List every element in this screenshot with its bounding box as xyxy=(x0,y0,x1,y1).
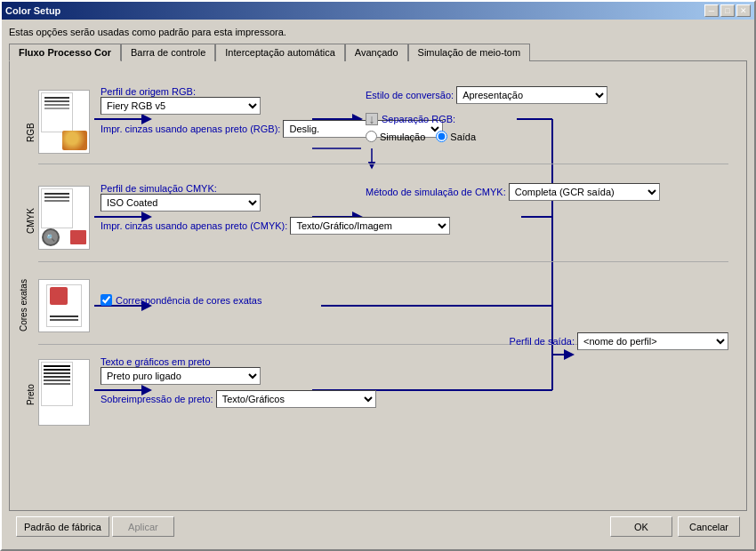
preto-section-label: Preto xyxy=(26,359,36,430)
conversion-label: Estilo de conversão: xyxy=(366,90,454,100)
origin-profile-select[interactable]: Fiery RGB v5 xyxy=(101,97,261,115)
preto-controls: Texto e gráficos em preto Preto puro lig… xyxy=(101,356,376,408)
bottom-bar: Padrão de fábrica Aplicar OK Cancelar xyxy=(9,511,747,542)
tab-bar: Fluxo Processo Cor Barra de controle Int… xyxy=(9,43,747,61)
preto-text-select[interactable]: Preto puro ligado xyxy=(101,367,261,385)
match-colors-label[interactable]: Correspondência de cores exatas xyxy=(101,294,261,306)
cores-section-label: Cores exatas xyxy=(19,279,28,332)
saida-radio-label[interactable]: Saída xyxy=(436,131,476,142)
cmyk-sim-profile-select[interactable]: ISO Coated xyxy=(101,194,261,212)
cancel-button[interactable]: Cancelar xyxy=(678,516,740,537)
cmyk-sim-method-select[interactable]: Completa (GCR saída) xyxy=(509,183,660,201)
output-profile-select[interactable]: <nome do perfil> xyxy=(577,332,728,350)
cmyk-gray-select[interactable]: Texto/Gráfico/Imagem xyxy=(290,217,450,235)
minimize-button[interactable]: ─ xyxy=(704,4,719,17)
apply-button[interactable]: Aplicar xyxy=(112,516,174,537)
tab-fluxo[interactable]: Fluxo Processo Cor xyxy=(9,44,121,61)
match-colors-checkbox[interactable] xyxy=(101,294,112,306)
title-bar-buttons: ─ □ ✕ xyxy=(704,4,751,17)
factory-default-button[interactable]: Padrão de fábrica xyxy=(16,516,109,537)
conversion-controls: Estilo de conversão: Apresentação ↓ Sepa… xyxy=(366,86,607,142)
preto-overprint-select[interactable]: Texto/Gráficos xyxy=(216,390,376,408)
cmyk-sim-method-label: Método de simulação de CMYK: xyxy=(366,187,506,197)
cmyk-method-controls: Método de simulação de CMYK: Completa (G… xyxy=(366,183,660,201)
rgb-sep-container: ↓ Separação RGB: xyxy=(366,113,607,125)
rgb-gray-label: Impr. cinzas usando apenas preto (RGB): xyxy=(101,124,280,134)
saida-radio[interactable] xyxy=(436,131,447,142)
rgb-sep-label: Separação RGB: xyxy=(382,114,455,124)
cores-thumbnail xyxy=(38,279,90,332)
preto-overprint-label: Sobreimpressão de preto: xyxy=(101,394,213,404)
sep-rgb-cmyk xyxy=(38,164,728,164)
tab-interceptacao[interactable]: Interceptação automática xyxy=(215,44,345,61)
ok-button[interactable]: OK xyxy=(610,516,672,537)
cmyk-thumbnail: 🔍 xyxy=(38,186,90,250)
cmyk-gray-label: Impr. cinzas usando apenas preto (CMYK): xyxy=(101,220,287,231)
tab-content: RGB Perfil de origem RGB xyxy=(9,61,747,511)
right-buttons: OK Cancelar xyxy=(610,516,740,537)
window-content: Estas opções serão usadas como padrão pa… xyxy=(2,20,754,549)
tab-avancado[interactable]: Avançado xyxy=(345,44,408,61)
window-title: Color Setup xyxy=(5,5,704,16)
close-button[interactable]: ✕ xyxy=(736,4,751,17)
rgb-sep-icon: ↓ xyxy=(366,113,378,125)
simulacao-radio-label[interactable]: Simulação xyxy=(366,131,425,142)
cores-controls: Correspondência de cores exatas xyxy=(101,294,261,306)
origin-profile-label: Perfil de origem RGB: xyxy=(101,86,196,97)
main-window: Color Setup ─ □ ✕ Estas opções serão usa… xyxy=(0,0,756,551)
title-bar: Color Setup ─ □ ✕ xyxy=(2,2,754,20)
rgb-thumbnail xyxy=(38,90,90,154)
left-buttons: Padrão de fábrica Aplicar xyxy=(16,516,174,537)
maximize-button[interactable]: □ xyxy=(720,4,735,17)
preto-text-label: Texto e gráficos em preto xyxy=(101,356,211,367)
output-profile-label: Perfil de saída: xyxy=(510,336,575,347)
simulacao-radio[interactable] xyxy=(366,131,377,142)
preto-thumbnail xyxy=(38,359,90,426)
rgb-sep-radios: Simulação Saída xyxy=(366,131,607,142)
conversion-select[interactable]: Apresentação xyxy=(456,86,607,104)
rgb-section-label: RGB xyxy=(26,97,36,168)
tab-simulacao[interactable]: Simulação de meio-tom xyxy=(408,44,531,61)
cmyk-section-label: CMYK xyxy=(26,186,36,257)
tab-barra[interactable]: Barra de controle xyxy=(121,44,215,61)
subtitle-text: Estas opções serão usadas como padrão pa… xyxy=(9,27,747,37)
sep-cmyk-cores xyxy=(38,261,728,262)
output-profile-controls: Perfil de saída: <nome do perfil> xyxy=(510,332,728,350)
main-area: RGB Perfil de origem RGB xyxy=(19,70,737,501)
cmyk-sim-profile-label: Perfil de simulação CMYK: xyxy=(101,183,217,194)
